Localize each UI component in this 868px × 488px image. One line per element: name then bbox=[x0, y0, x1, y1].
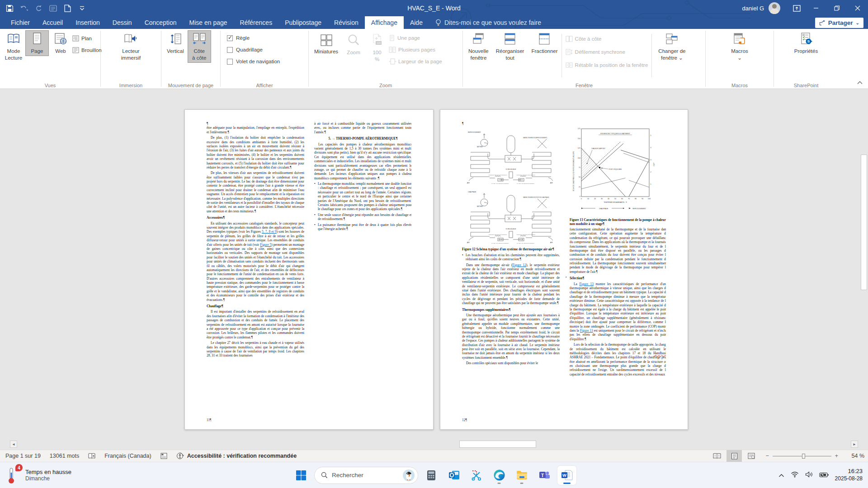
heading-thermopompes-supplementaires[interactable]: Thermopompes supplémentaires¶ bbox=[462, 308, 560, 312]
edge-browser-icon[interactable] bbox=[490, 466, 509, 485]
paragraph[interactable]: Des contrôles spéciaux sont disponibles … bbox=[462, 361, 560, 365]
nouvelle-fenetre-button[interactable]: Nouvelle fenêtre bbox=[465, 30, 492, 63]
start-button[interactable] bbox=[292, 466, 311, 485]
bullet-item[interactable]: Les bouches d'aération et/ou les cheminé… bbox=[462, 253, 560, 262]
macro-record-icon[interactable] bbox=[160, 453, 167, 459]
figure-12-image[interactable]: REFROIDISSEMENT bbox=[466, 127, 556, 246]
word-app-icon[interactable]: W bbox=[557, 466, 576, 485]
bullet-item[interactable]: Une seule source d'énergie peut répondre… bbox=[314, 213, 411, 221]
tab-publipostage[interactable]: Publipostage bbox=[278, 16, 328, 29]
paragraph[interactable]: être adéquate pour la manipulation, l'em… bbox=[207, 126, 304, 134]
paragraph[interactable]: Le chapitre 27 décrit les serpentins à e… bbox=[207, 341, 304, 358]
web-view-button[interactable]: Web bbox=[49, 30, 72, 56]
file-explorer-icon[interactable] bbox=[512, 466, 531, 485]
vertical-button[interactable]: Vertical bbox=[163, 30, 188, 56]
zoom-100-button[interactable]: 100 100 % bbox=[365, 30, 389, 64]
cote-a-cote-button[interactable]: Côte à côte bbox=[188, 30, 211, 63]
figure-link[interactable]: Figure 12 bbox=[512, 263, 526, 267]
outlook-app-icon[interactable] bbox=[444, 466, 463, 485]
teams-app-icon[interactable]: T bbox=[535, 466, 554, 485]
volume-icon[interactable] bbox=[805, 471, 813, 479]
macros-button[interactable]: Macros ⌄ bbox=[727, 30, 752, 63]
collapse-ribbon-chevron[interactable] bbox=[857, 80, 863, 86]
scroll-left-arrow[interactable]: ◄ bbox=[10, 441, 17, 448]
paragraph[interactable]: En utilisant des accessoires catalogués … bbox=[207, 221, 304, 302]
proprietes-button[interactable]: S Propriétés bbox=[791, 30, 821, 56]
heading-thermo-pompe[interactable]: 5. → THERMO-POMPE AÉROTHERMIQUE¶ bbox=[316, 136, 410, 141]
bullet-item[interactable]: La thermopompe monobloc remplit normalem… bbox=[314, 182, 411, 211]
heading-chauffage[interactable]: Chauffage¶ bbox=[207, 304, 304, 308]
changer-de-fenetre-button[interactable]: Changer de fenêtre ⌄ bbox=[655, 30, 689, 63]
paragraph[interactable]: De plus, les vitesses d'air aux serpenti… bbox=[207, 171, 304, 213]
une-page-button[interactable]: Une page bbox=[389, 33, 442, 42]
fenetre-cote-a-cote-button[interactable]: Côte à côte bbox=[566, 34, 648, 43]
snipping-tool-app-icon[interactable] bbox=[467, 466, 486, 485]
horizontal-scrollbar[interactable]: ◄ ► bbox=[10, 441, 858, 448]
document-canvas[interactable]: ¶ être adéquate pour la manipulation, l'… bbox=[0, 89, 868, 450]
zoom-out-button[interactable]: − bbox=[765, 453, 769, 459]
proofing-errors-icon[interactable] bbox=[88, 453, 95, 460]
taskbar-search-box[interactable]: Rechercher bbox=[314, 467, 418, 484]
lecteur-immersif-button[interactable]: Lecteur immersif bbox=[118, 30, 144, 63]
close-button[interactable] bbox=[847, 0, 868, 16]
regle-checkbox[interactable] bbox=[227, 35, 233, 41]
quadrillage-checkbox-row[interactable]: Quadrillage bbox=[227, 45, 280, 55]
read-mode-view-button[interactable] bbox=[709, 450, 725, 462]
quadrillage-checkbox[interactable] bbox=[227, 47, 233, 53]
tell-me-box[interactable]: Dites-moi ce que vous voulez faire bbox=[435, 16, 541, 29]
regle-checkbox-row[interactable]: Règle bbox=[227, 33, 280, 43]
figure-link[interactable]: 5, 7, 8 et 9 bbox=[262, 230, 276, 234]
tab-affichage[interactable]: Affichage bbox=[365, 16, 404, 29]
search-highlight-bird-image[interactable] bbox=[402, 469, 415, 482]
tab-conception[interactable]: Conception bbox=[138, 16, 183, 29]
tab-fichier[interactable]: Fichier bbox=[5, 16, 36, 29]
tray-clock[interactable]: 16:23 2025-08-28 bbox=[835, 468, 863, 482]
tab-revision[interactable]: Révision bbox=[328, 16, 365, 29]
paragraph[interactable]: De plus, (1) l'isolation du boîtier doit… bbox=[207, 136, 304, 169]
plan-view-button[interactable]: Plan bbox=[72, 34, 102, 43]
paragraph[interactable]: à air forcé et à combustible liquide ou … bbox=[314, 122, 411, 134]
mode-lecture-button[interactable]: Mode Lecture bbox=[2, 30, 25, 63]
fractionner-button[interactable]: Fractionner bbox=[528, 30, 561, 56]
tab-aide[interactable]: Aide bbox=[404, 16, 429, 29]
paragraph[interactable]: Les capacités des pompes à chaleur aérot… bbox=[314, 142, 411, 181]
zoom-in-button[interactable]: + bbox=[835, 453, 838, 459]
restore-button[interactable] bbox=[826, 0, 847, 16]
heading-selection[interactable]: Sélection¶ bbox=[570, 276, 666, 280]
page-indicator[interactable]: Page 1 sur 19 bbox=[5, 453, 41, 459]
figure-link[interactable]: Figure 13 bbox=[580, 328, 593, 333]
vertical-scrollbar[interactable] bbox=[861, 92, 867, 440]
share-button[interactable]: Partager ⌄ bbox=[815, 18, 863, 28]
tray-chevron-icon[interactable] bbox=[778, 471, 784, 479]
figure-13-chart[interactable]: 0 25 50 75 100 125 150 175 0 10 20 bbox=[571, 123, 666, 216]
minimize-button[interactable] bbox=[806, 0, 826, 16]
largeur-page-button[interactable]: Largeur de la page bbox=[389, 57, 442, 66]
wifi-icon[interactable] bbox=[791, 471, 799, 479]
zoom-slider-thumb[interactable] bbox=[802, 454, 805, 459]
word-count[interactable]: 13061 mots bbox=[50, 453, 79, 459]
tab-accueil[interactable]: Accueil bbox=[36, 16, 69, 29]
defilement-synchrone-button[interactable]: Défilement synchrone bbox=[566, 47, 648, 56]
paragraph[interactable]: Lors de la sélection de la thermopompe d… bbox=[570, 343, 666, 376]
miniatures-button[interactable]: Miniatures bbox=[311, 30, 342, 56]
document-page-12[interactable]: ¶ REFROIDISSEMENT bbox=[440, 109, 688, 430]
plusieurs-pages-button[interactable]: Plusieurs pages bbox=[389, 45, 442, 54]
volet-navigation-checkbox-row[interactable]: Volet de navigation bbox=[227, 56, 280, 66]
avatar[interactable] bbox=[769, 2, 780, 14]
figure-link[interactable]: Figure 5 bbox=[260, 243, 271, 247]
tab-dessin[interactable]: Dessin bbox=[106, 16, 138, 29]
battery-icon[interactable] bbox=[819, 471, 829, 479]
zoom-slider[interactable]: − + bbox=[765, 453, 838, 459]
figure-link[interactable]: Figure 13 bbox=[579, 282, 593, 286]
accessibility-status[interactable]: Accessibilité : vérification recommandée bbox=[176, 452, 297, 460]
zoom-button[interactable]: Zoom bbox=[342, 30, 365, 57]
tab-insertion[interactable]: Insertion bbox=[69, 16, 106, 29]
retablir-position-button[interactable]: Rétablir la position de la fenêtre bbox=[566, 61, 648, 70]
account-name[interactable]: daniel G bbox=[742, 5, 764, 12]
print-layout-view-button[interactable] bbox=[726, 450, 742, 462]
zoom-percentage[interactable]: 54 % bbox=[844, 453, 864, 459]
document-page-11[interactable]: ¶ être adéquate pour la manipulation, l'… bbox=[184, 109, 434, 430]
reorganiser-tout-button[interactable]: Réorganiser tout bbox=[492, 30, 528, 63]
ribbon-display-options-icon[interactable] bbox=[788, 0, 806, 16]
calculator-app-icon[interactable] bbox=[422, 466, 441, 485]
